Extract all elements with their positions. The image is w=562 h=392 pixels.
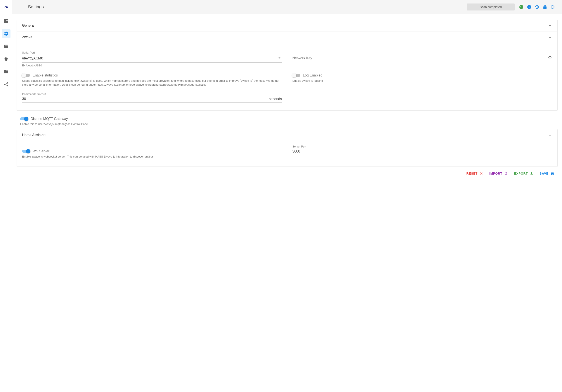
commands-timeout-input[interactable]	[22, 97, 267, 101]
history-icon[interactable]	[533, 3, 541, 11]
sidebar: Z	[0, 0, 12, 392]
disable-mqtt-toggle[interactable]	[20, 117, 28, 121]
server-port-input[interactable]	[292, 149, 552, 153]
panel-title-zwave: Zwave	[22, 35, 32, 39]
menu-toggle-button[interactable]	[15, 3, 23, 11]
regenerate-key-icon[interactable]	[548, 56, 552, 61]
svg-point-2	[519, 5, 523, 9]
panel-body-home-assistant: WS Server Enable zwave-js websocket serv…	[17, 141, 557, 166]
chevron-up-icon	[548, 133, 552, 137]
svg-text:Z: Z	[7, 7, 7, 8]
nav-scenes[interactable]	[2, 42, 11, 51]
svg-rect-4	[529, 7, 529, 8]
sync-icon[interactable]	[517, 3, 525, 11]
actions-bar: Reset Import Export Save	[17, 167, 558, 179]
disable-mqtt-desc: Enable this to use zwavejs2mqtt only as …	[20, 122, 558, 126]
ws-server-toggle[interactable]	[22, 149, 30, 153]
reset-button[interactable]: Reset	[467, 172, 483, 176]
save-button[interactable]: Save	[540, 172, 554, 176]
enable-statistics-desc: Usage statistics allows us to gain insig…	[22, 79, 282, 86]
lock-icon[interactable]	[541, 3, 549, 11]
commands-timeout-label: Commands timeout	[22, 93, 282, 96]
network-key-input[interactable]	[292, 56, 548, 60]
svg-rect-5	[529, 6, 529, 6]
nav-network[interactable]	[2, 80, 11, 89]
server-port-label: Server Port	[292, 145, 552, 148]
logout-icon[interactable]	[549, 3, 557, 11]
upload-icon	[504, 172, 508, 176]
panel-title-general: General	[22, 24, 35, 27]
panel-header-zwave[interactable]: Zwave	[17, 32, 557, 43]
serial-port-input[interactable]	[22, 56, 277, 60]
info-icon[interactable]	[525, 3, 533, 11]
nav-dashboard[interactable]	[2, 17, 11, 25]
enable-statistics-toggle[interactable]	[22, 73, 30, 78]
import-button[interactable]: Import	[489, 172, 508, 176]
chevron-down-icon	[548, 23, 552, 28]
panel-header-general[interactable]: General	[17, 20, 557, 32]
scan-status-chip: Scan completed	[467, 3, 515, 11]
nav-store[interactable]	[2, 67, 11, 76]
commands-timeout-suffix: seconds	[269, 97, 282, 101]
nav-settings[interactable]	[2, 29, 11, 38]
log-enabled-label: Log Enabled	[303, 73, 323, 77]
home-assistant-panel: Home Assistant WS Server Enable	[17, 129, 558, 167]
serial-port-hint: Ex /dev/ttyUSB0	[22, 64, 282, 67]
dropdown-icon[interactable]	[277, 56, 282, 61]
ws-server-label: WS Server	[33, 149, 49, 153]
page-title: Settings	[28, 4, 44, 9]
enable-statistics-label: Enable statistics	[33, 73, 58, 77]
disable-mqtt-label: Disable MQTT Gateway	[31, 117, 68, 121]
export-button[interactable]: Export	[514, 172, 534, 176]
panel-title-home-assistant: Home Assistant	[22, 133, 46, 137]
ws-server-desc: Enable zwave-js websocket server. This c…	[22, 155, 282, 159]
save-icon	[550, 172, 554, 176]
close-icon	[479, 172, 483, 176]
panel-header-home-assistant[interactable]: Home Assistant	[17, 129, 557, 141]
app-logo: Z	[2, 2, 10, 10]
panel-body-zwave: Serial Port Ex /dev/ttyUSB0 _	[17, 43, 557, 110]
content-area: General Zwave Serial Port	[12, 14, 562, 392]
settings-panel: General Zwave Serial Port	[17, 20, 558, 111]
download-icon	[530, 172, 534, 176]
chevron-up-icon	[548, 35, 552, 39]
log-enabled-desc: Enable zwave-js logging	[292, 79, 552, 83]
nav-debug[interactable]	[2, 55, 11, 63]
serial-port-label: Serial Port	[22, 51, 282, 54]
topbar: Settings Scan completed	[12, 0, 562, 14]
log-enabled-toggle[interactable]	[292, 73, 300, 78]
